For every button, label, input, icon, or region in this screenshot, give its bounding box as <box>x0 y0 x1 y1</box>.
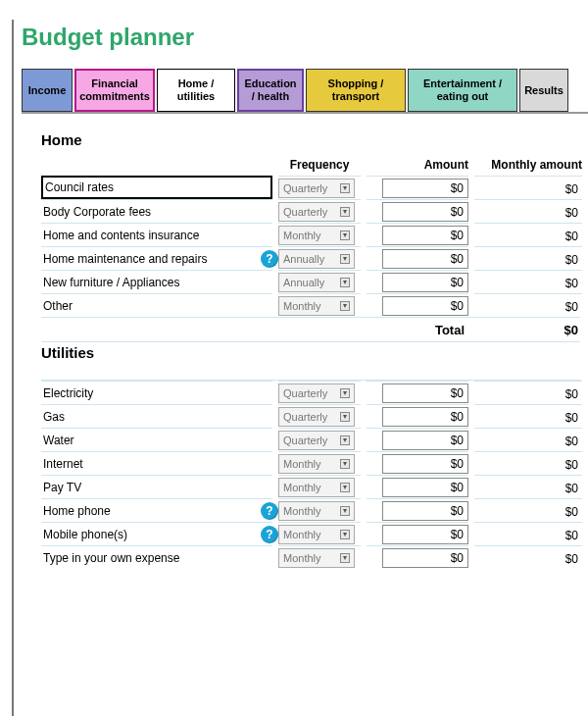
amount-cell: $0 <box>367 522 468 545</box>
monthly-amount: $0 <box>474 545 582 569</box>
chevron-down-icon: ▾ <box>340 459 350 469</box>
monthly-amount: $0 <box>474 428 582 451</box>
frequency-select[interactable]: Quarterly▾ <box>278 202 355 222</box>
frequency-cell: Quarterly▾ <box>278 404 361 428</box>
monthly-amount: $0 <box>474 176 582 199</box>
amount-input[interactable]: $0 <box>382 179 468 198</box>
tab-shopping[interactable]: Shopping / transport <box>306 69 406 112</box>
chevron-down-icon: ▾ <box>340 230 350 240</box>
home-total-row: Total $0 <box>41 317 580 342</box>
amount-cell: $0 <box>367 223 468 246</box>
frequency-select[interactable]: Monthly▾ <box>278 296 355 316</box>
amount-cell: $0 <box>367 404 468 428</box>
section-title-utilities: Utilities <box>41 344 580 361</box>
amount-input[interactable]: $0 <box>382 273 468 292</box>
frequency-cell: Quarterly▾ <box>278 428 361 451</box>
chevron-down-icon: ▾ <box>340 388 350 398</box>
table-row: OtherMonthly▾$0$0 <box>41 293 580 317</box>
chevron-down-icon: ▾ <box>340 435 350 445</box>
frequency-select[interactable]: Annually▾ <box>278 249 355 269</box>
amount-cell: $0 <box>367 270 468 293</box>
frequency-cell: Monthly▾ <box>278 293 361 317</box>
frequency-cell: Quarterly▾ <box>278 381 361 404</box>
frequency-cell: Annually▾ <box>278 270 361 293</box>
frequency-select[interactable]: Monthly▾ <box>278 478 355 497</box>
amount-cell: $0 <box>367 246 468 270</box>
amount-input[interactable]: $0 <box>382 384 468 403</box>
help-icon[interactable]: ? <box>261 502 278 520</box>
amount-input[interactable]: $0 <box>382 407 468 427</box>
frequency-select[interactable]: Quarterly▾ <box>278 179 355 198</box>
frequency-select[interactable]: Annually▾ <box>278 273 355 292</box>
help-icon[interactable]: ? <box>261 526 278 543</box>
table-row: Body Corporate feesQuarterly▾$0$0 <box>41 199 580 223</box>
tab-bar: Income Financial commitments Home / util… <box>22 69 588 114</box>
row-label: Pay TV <box>41 475 272 498</box>
frequency-cell: Monthly▾ <box>278 522 361 545</box>
column-header-amount: Amount <box>367 154 468 176</box>
row-label: Other <box>41 293 272 317</box>
chevron-down-icon: ▾ <box>340 254 350 264</box>
chevron-down-icon: ▾ <box>340 412 350 422</box>
tab-home-utilities[interactable]: Home / utilities <box>157 69 235 112</box>
frequency-select[interactable]: Quarterly▾ <box>278 407 355 427</box>
frequency-value: Monthly <box>283 300 321 312</box>
amount-input[interactable]: $0 <box>382 202 468 222</box>
frequency-select[interactable]: Monthly▾ <box>278 548 355 568</box>
frequency-select[interactable]: Monthly▾ <box>278 226 355 245</box>
row-label: Mobile phone(s)? <box>41 522 272 545</box>
row-label: Council rates <box>41 176 272 199</box>
monthly-amount: $0 <box>474 498 582 522</box>
frequency-cell: Monthly▾ <box>278 475 361 498</box>
row-label: Gas <box>41 404 272 428</box>
monthly-amount: $0 <box>474 522 582 545</box>
amount-cell: $0 <box>367 475 468 498</box>
frequency-select[interactable]: Quarterly▾ <box>278 431 355 450</box>
frequency-select[interactable]: Monthly▾ <box>278 525 355 544</box>
frequency-value: Quarterly <box>283 435 327 446</box>
table-row: Council ratesQuarterly▾$0$0 <box>41 176 580 199</box>
help-icon[interactable]: ? <box>261 250 278 268</box>
tab-results[interactable]: Results <box>519 69 568 112</box>
amount-input[interactable]: $0 <box>382 249 468 269</box>
frequency-value: Monthly <box>283 458 321 470</box>
home-grid: Frequency Amount Monthly amount <box>41 154 580 176</box>
chevron-down-icon: ▾ <box>340 301 350 311</box>
chevron-down-icon: ▾ <box>340 553 350 563</box>
monthly-amount: $0 <box>474 293 582 317</box>
table-row: ElectricityQuarterly▾$0$0 <box>41 381 580 404</box>
tab-income[interactable]: Income <box>22 69 73 112</box>
monthly-amount: $0 <box>474 223 582 246</box>
tab-entertainment[interactable]: Entertainment / eating out <box>408 69 517 112</box>
amount-input[interactable]: $0 <box>382 226 468 245</box>
amount-input[interactable]: $0 <box>382 525 468 544</box>
row-label: New furniture / Appliances <box>41 270 272 293</box>
amount-input[interactable]: $0 <box>382 548 468 568</box>
amount-cell: $0 <box>367 451 468 475</box>
amount-input[interactable]: $0 <box>382 478 468 497</box>
amount-input[interactable]: $0 <box>382 454 468 474</box>
tab-education[interactable]: Education / health <box>237 69 304 112</box>
frequency-select[interactable]: Monthly▾ <box>278 501 355 521</box>
frequency-cell: Annually▾ <box>278 246 361 270</box>
amount-input[interactable]: $0 <box>382 501 468 521</box>
frequency-value: Quarterly <box>283 387 327 399</box>
column-header-monthly: Monthly amount <box>474 154 582 176</box>
row-label: Home and contents insurance <box>41 223 272 246</box>
frequency-value: Monthly <box>283 482 321 493</box>
frequency-select[interactable]: Monthly▾ <box>278 454 355 474</box>
tab-financial[interactable]: Financial commitments <box>74 69 155 112</box>
frequency-select[interactable]: Quarterly▾ <box>278 384 355 403</box>
amount-input[interactable]: $0 <box>382 296 468 316</box>
row-label: Internet <box>41 451 272 475</box>
chevron-down-icon: ▾ <box>340 506 350 516</box>
table-row: Home maintenance and repairs?Annually▾$0… <box>41 246 580 270</box>
amount-input[interactable]: $0 <box>382 431 468 450</box>
monthly-amount: $0 <box>474 199 582 223</box>
frequency-value: Quarterly <box>283 411 327 423</box>
table-row: Pay TVMonthly▾$0$0 <box>41 475 580 498</box>
chevron-down-icon: ▾ <box>340 530 350 539</box>
table-row: InternetMonthly▾$0$0 <box>41 451 580 475</box>
monthly-amount: $0 <box>474 451 582 475</box>
amount-cell: $0 <box>367 381 468 404</box>
